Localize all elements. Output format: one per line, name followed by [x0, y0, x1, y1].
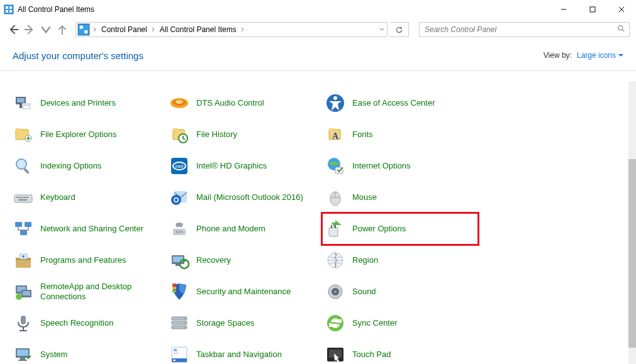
- item-power-options[interactable]: Power Options: [322, 213, 478, 245]
- view-by-value: Large icons: [577, 51, 616, 60]
- svg-rect-21: [20, 104, 22, 108]
- up-button[interactable]: [55, 23, 69, 36]
- svg-point-81: [16, 294, 22, 300]
- item-fonts[interactable]: AFonts: [322, 119, 478, 150]
- sync-center-icon: [325, 312, 346, 334]
- forward-button[interactable]: [23, 23, 36, 36]
- item-intel-hd-graphics[interactable]: intelIntel® HD Graphics: [166, 150, 322, 182]
- svg-rect-83: [172, 287, 176, 289]
- item-network-and-sharing-center[interactable]: Network and Sharing Center: [10, 213, 166, 245]
- item-touch-pad[interactable]: Touch Pad: [322, 339, 478, 364]
- internet-options-icon: [325, 155, 346, 177]
- item-programs-and-features[interactable]: Programs and Features: [10, 245, 166, 276]
- svg-point-38: [16, 159, 26, 169]
- item-mail-microsoft-outlook-2016[interactable]: OMail (Microsoft Outlook 2016): [166, 182, 322, 213]
- svg-rect-88: [21, 316, 26, 324]
- item-devices-and-printers[interactable]: Devices and Printers: [10, 87, 166, 119]
- svg-point-95: [184, 323, 186, 324]
- chevron-right-icon[interactable]: [150, 27, 157, 32]
- scrollbar[interactable]: [628, 81, 636, 364]
- control-panel-icon: [4, 4, 14, 14]
- network-and-sharing-center-icon: [13, 218, 34, 240]
- svg-point-15: [618, 26, 623, 30]
- item-indexing-options[interactable]: Indexing Options: [10, 150, 166, 182]
- item-label: Sync Center: [352, 318, 398, 328]
- svg-rect-100: [20, 358, 25, 360]
- security-and-maintenance-icon: [169, 281, 190, 302]
- chevron-right-icon[interactable]: [91, 27, 99, 32]
- item-security-and-maintenance[interactable]: Security and Maintenance: [166, 276, 322, 307]
- item-storage-spaces[interactable]: Storage Spaces: [166, 307, 322, 339]
- item-label: Storage Spaces: [196, 318, 255, 328]
- svg-point-64: [181, 231, 182, 233]
- file-history-icon: [169, 124, 190, 145]
- item-label: Intel® HD Graphics: [196, 161, 267, 171]
- view-by-dropdown[interactable]: Large icons: [577, 51, 623, 60]
- item-mouse[interactable]: Mouse: [322, 182, 478, 213]
- minimize-button[interactable]: [549, 0, 578, 19]
- taskbar-and-navigation-icon: [169, 344, 190, 364]
- breadcrumb-all-items[interactable]: All Control Panel Items: [157, 23, 239, 36]
- item-sync-center[interactable]: Sync Center: [322, 307, 478, 339]
- region-icon: [325, 250, 346, 271]
- item-label: System: [40, 350, 67, 360]
- breadcrumb-control-panel[interactable]: Control Panel: [99, 23, 150, 36]
- back-button[interactable]: [6, 23, 20, 36]
- breadcrumb[interactable]: Control Panel All Control Panel Items: [75, 22, 388, 37]
- close-button[interactable]: [607, 0, 636, 19]
- intel-hd-graphics-icon: intel: [169, 155, 190, 177]
- mouse-icon: [325, 187, 346, 208]
- item-system[interactable]: System: [10, 339, 166, 364]
- search-input[interactable]: [423, 25, 625, 35]
- item-file-history[interactable]: File History: [166, 119, 322, 150]
- file-explorer-options-icon: [13, 124, 34, 145]
- item-dts-audio-control[interactable]: DTS Audio Control: [166, 87, 322, 119]
- item-label: Security and Maintenance: [196, 287, 291, 297]
- item-keyboard[interactable]: Keyboard: [10, 182, 166, 213]
- breadcrumb-icon: [77, 23, 90, 36]
- svg-rect-13: [80, 26, 83, 29]
- svg-rect-67: [335, 225, 336, 228]
- item-ease-of-access-center[interactable]: Ease of Access Center: [322, 87, 478, 119]
- mail-microsoft-outlook-2016-icon: O: [169, 187, 190, 208]
- item-internet-options[interactable]: Internet Options: [322, 150, 478, 182]
- item-phone-and-modem[interactable]: Phone and Modem: [166, 213, 322, 245]
- recent-locations-button[interactable]: [39, 23, 53, 36]
- item-recovery[interactable]: Recovery: [166, 245, 322, 276]
- item-sound[interactable]: Sound: [322, 276, 478, 307]
- phone-and-modem-icon: [169, 218, 190, 240]
- chevron-right-icon[interactable]: [239, 27, 247, 32]
- maximize-button[interactable]: [578, 0, 607, 19]
- item-label: Touch Pad: [352, 350, 391, 360]
- item-region[interactable]: Region: [322, 245, 478, 276]
- item-taskbar-and-navigation[interactable]: Taskbar and Navigation: [166, 339, 322, 364]
- item-remoteapp-and-desktop-connections[interactable]: RemoteApp and Desktop Connections: [10, 276, 166, 307]
- svg-rect-80: [23, 291, 30, 295]
- item-speech-recognition[interactable]: Speech Recognition: [10, 307, 166, 339]
- item-label: Region: [352, 255, 378, 265]
- svg-rect-49: [24, 197, 26, 198]
- svg-rect-104: [174, 349, 177, 351]
- search-icon[interactable]: [617, 25, 625, 35]
- svg-rect-58: [15, 222, 22, 227]
- svg-rect-33: [173, 128, 178, 131]
- refresh-button[interactable]: [390, 22, 409, 37]
- svg-rect-6: [590, 7, 595, 12]
- item-label: Network and Sharing Center: [40, 224, 143, 234]
- svg-line-16: [622, 30, 624, 31]
- keyboard-icon: [13, 187, 34, 208]
- ease-of-access-center-icon: [325, 92, 346, 114]
- breadcrumb-dropdown[interactable]: [379, 23, 384, 36]
- scrollbar-thumb[interactable]: [628, 159, 636, 348]
- item-label: Indexing Options: [40, 161, 102, 171]
- svg-rect-68: [16, 259, 31, 268]
- content-area: Devices and PrintersDTS Audio ControlEas…: [0, 81, 628, 364]
- svg-point-97: [327, 315, 343, 331]
- svg-rect-106: [174, 353, 178, 355]
- item-label: Ease of Access Center: [352, 98, 435, 108]
- item-label: Mail (Microsoft Outlook 2016): [196, 192, 303, 202]
- search-box[interactable]: [419, 22, 630, 37]
- item-label: File History: [196, 130, 237, 140]
- window-root: All Control Panel Items Control Panel Al…: [0, 0, 636, 364]
- item-file-explorer-options[interactable]: File Explorer Options: [10, 119, 166, 150]
